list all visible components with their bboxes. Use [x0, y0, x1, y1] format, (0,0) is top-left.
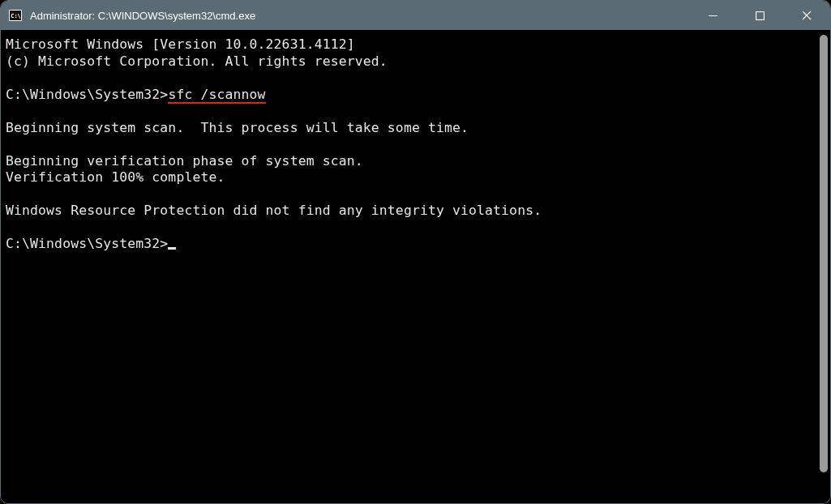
maximize-button[interactable] — [736, 1, 783, 30]
minimize-icon — [709, 11, 717, 20]
cmd-icon: C:\ — [9, 9, 22, 22]
verify-phase-line: Beginning verification phase of system s… — [6, 153, 363, 169]
copyright-line: (c) Microsoft Corporation. All rights re… — [6, 53, 388, 69]
window-title: Administrator: C:\WINDOWS\system32\cmd.e… — [30, 10, 689, 22]
cursor — [168, 247, 176, 250]
close-icon — [802, 11, 812, 20]
scrollbar-track[interactable] — [820, 35, 828, 498]
prompt-1: C:\Windows\System32> — [6, 87, 168, 102]
titlebar[interactable]: C:\ Administrator: C:\WINDOWS\system32\c… — [1, 1, 830, 30]
verify-complete-line: Verification 100% complete. — [6, 169, 225, 185]
window-controls — [689, 1, 830, 30]
version-line: Microsoft Windows [Version 10.0.22631.41… — [6, 36, 355, 52]
begin-scan-line: Beginning system scan. This process will… — [6, 120, 469, 135]
svg-text:C:\: C:\ — [11, 13, 21, 19]
terminal-output[interactable]: Microsoft Windows [Version 10.0.22631.41… — [1, 30, 830, 259]
close-button[interactable] — [783, 1, 830, 30]
scrollbar-thumb[interactable] — [820, 35, 828, 472]
prompt-2: C:\Windows\System32> — [6, 236, 168, 251]
command-sfc-scannow: sfc /scannow — [168, 87, 265, 104]
result-line: Windows Resource Protection did not find… — [6, 203, 542, 218]
maximize-icon — [756, 11, 765, 20]
minimize-button[interactable] — [689, 1, 736, 30]
terminal-wrap: Microsoft Windows [Version 10.0.22631.41… — [1, 30, 830, 503]
svg-rect-3 — [756, 11, 764, 19]
